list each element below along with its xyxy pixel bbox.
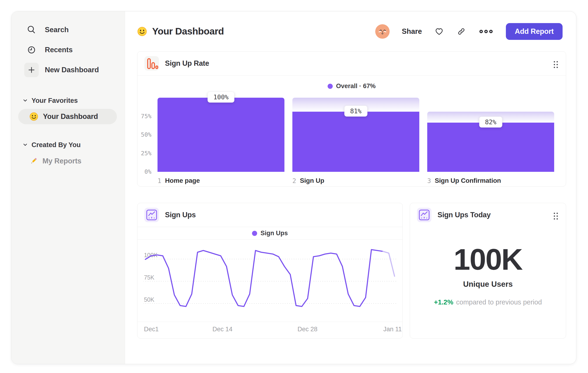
funnel-y-axis: 75%50%25%0%	[139, 98, 152, 172]
pencil-emoji	[29, 157, 38, 165]
funnel-category: 1 Home page	[158, 177, 284, 184]
funnel-bars: 100% 81% 82%	[158, 98, 554, 172]
ellipsis-icon[interactable]	[478, 29, 494, 34]
svg-text:50K: 50K	[144, 296, 155, 303]
funnel-bar-home-page[interactable]: 100%	[158, 98, 284, 172]
bar-solid	[158, 98, 284, 172]
plus-icon	[24, 63, 39, 77]
line-chart-plot[interactable]: 100K75K50K	[144, 240, 396, 322]
funnel-bar-sign-up-confirmation[interactable]: 82%	[427, 98, 554, 172]
header-actions: Share	[375, 23, 563, 40]
smiley-emoji	[29, 112, 38, 121]
line-legend: Sign Ups	[137, 227, 402, 240]
favorites-section: Your Favorites Your Dashboard	[11, 94, 125, 124]
clock-icon	[24, 43, 39, 57]
sidebar-item-label: My Reports	[42, 157, 81, 165]
line-chart-icon	[417, 208, 431, 222]
share-button[interactable]: Share	[402, 27, 422, 36]
main-content: Your Dashboard Share	[125, 11, 576, 364]
x-axis-tick: Dec1	[144, 326, 159, 333]
x-axis-tick: Jan 11	[383, 326, 402, 333]
avatar[interactable]	[375, 24, 390, 39]
funnel-category: 2 Sign Up	[292, 177, 419, 184]
y-axis-tick: 0%	[144, 168, 151, 175]
smiley-emoji	[137, 27, 147, 36]
card-title: Sign Ups	[165, 211, 196, 219]
funnel-category: 3 Sign Up Confirmation	[427, 177, 554, 184]
funnel-plot: 75%50%25%0% 100% 81% 82%	[158, 98, 554, 172]
drag-handle-icon[interactable]	[553, 60, 559, 69]
sidebar-item-your-dashboard[interactable]: Your Dashboard	[18, 109, 117, 124]
line-chart-x-axis: Dec1Dec 14Dec 28Jan 11	[137, 322, 402, 335]
bar-value-chip: 81%	[344, 106, 368, 117]
card-title: Sign Ups Today	[438, 211, 491, 219]
y-axis-tick: 25%	[141, 150, 151, 157]
sidebar-item-label: Recents	[45, 46, 73, 54]
created-by-you-section-header[interactable]: Created By You	[11, 138, 125, 151]
sidebar-item-recents[interactable]: Recents	[11, 40, 125, 60]
favorites-section-header[interactable]: Your Favorites	[11, 94, 125, 107]
metric-value: 100K	[410, 242, 566, 276]
y-axis-tick: 50%	[141, 131, 151, 138]
search-icon	[24, 23, 39, 37]
drag-handle-icon[interactable]	[553, 212, 559, 220]
card-header-divider	[137, 75, 566, 76]
delta-value: +1.2%	[434, 298, 453, 306]
card-title: Sign Up Rate	[165, 59, 209, 68]
section-title: Your Favorites	[32, 97, 78, 104]
metric-delta-row: +1.2%compared to previous period	[410, 298, 566, 306]
step-index: 1	[158, 177, 161, 184]
legend-label: Overall · 67%	[336, 82, 376, 90]
sidebar: Search Recents New Dashboard	[11, 11, 125, 364]
sign-up-rate-card: Sign Up Rate Overall · 67% 75%50%25%0%	[137, 51, 566, 186]
svg-text:75K: 75K	[144, 274, 155, 281]
sidebar-item-new-dashboard[interactable]: New Dashboard	[11, 60, 125, 80]
step-name: Sign Up	[300, 177, 324, 184]
step-index: 3	[427, 177, 431, 184]
sign-ups-card: Sign Ups Sign Ups 100K75K50K Dec1Dec 14D…	[137, 203, 403, 339]
sign-ups-today-card-header: Sign Ups Today	[410, 203, 566, 227]
metric-label: Unique Users	[410, 280, 566, 289]
funnel-bar-sign-up[interactable]: 81%	[292, 98, 419, 172]
funnel-category-labels: 1 Home page 2 Sign Up 3 Sign Up Confirma…	[158, 177, 554, 184]
sign-up-rate-card-header: Sign Up Rate	[137, 51, 566, 75]
add-report-button[interactable]: Add Report	[506, 23, 563, 40]
funnel-legend: Overall · 67%	[137, 82, 566, 90]
chevron-down-icon	[22, 141, 29, 148]
x-axis-tick: Dec 14	[213, 326, 233, 333]
heart-icon[interactable]	[434, 26, 444, 37]
sidebar-item-search[interactable]: Search	[11, 20, 125, 40]
dashboard-header: Your Dashboard Share	[125, 11, 576, 51]
step-index: 2	[292, 177, 296, 184]
link-icon[interactable]	[456, 27, 466, 36]
section-title: Created By You	[32, 141, 81, 149]
bar-value-chip: 100%	[207, 92, 234, 102]
funnel-chart-icon	[144, 56, 159, 71]
sidebar-item-my-reports[interactable]: My Reports	[11, 154, 125, 169]
sign-ups-today-card: Sign Ups Today 100K Unique Users +1.2%co…	[410, 203, 566, 339]
legend-dot	[252, 231, 257, 236]
delta-context: compared to previous period	[456, 298, 542, 306]
bar-solid	[427, 123, 554, 172]
legend-dot	[328, 84, 333, 89]
created-by-you-section: Created By You My Reports	[11, 138, 125, 169]
line-chart-icon	[144, 208, 159, 222]
bar-value-chip: 82%	[479, 117, 502, 128]
sidebar-item-label: New Dashboard	[45, 66, 99, 74]
step-name: Sign Up Confirmation	[435, 177, 501, 184]
sidebar-item-label: Your Dashboard	[43, 112, 98, 121]
page-title: Your Dashboard	[152, 26, 224, 37]
sidebar-item-label: Search	[45, 26, 69, 34]
chevron-down-icon	[22, 97, 29, 104]
legend-label: Sign Ups	[260, 230, 288, 237]
x-axis-tick: Dec 28	[297, 326, 318, 333]
step-name: Home page	[165, 177, 200, 184]
sign-ups-card-header: Sign Ups	[137, 203, 402, 227]
bar-solid	[292, 112, 419, 172]
cards-row: Sign Ups Sign Ups 100K75K50K Dec1Dec 14D…	[137, 203, 566, 339]
y-axis-tick: 75%	[141, 113, 151, 120]
app-window: Search Recents New Dashboard	[11, 11, 576, 364]
page-title-group: Your Dashboard	[137, 26, 224, 37]
